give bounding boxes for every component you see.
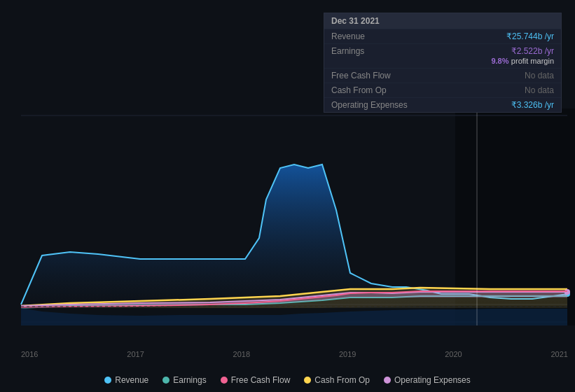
legend-dot-fcf	[221, 377, 228, 384]
tooltip-profit-margin: 9.8%	[491, 57, 508, 65]
tooltip-cashfromop-value: No data	[525, 85, 554, 95]
tooltip-earnings-value: ₹2.522b /yr	[511, 46, 554, 56]
legend-cashfromop[interactable]: Cash From Op	[304, 375, 370, 385]
legend-earnings[interactable]: Earnings	[162, 375, 206, 385]
tooltip-earnings-row: Earnings ₹2.522b /yr 9.8% profit margin	[324, 43, 561, 68]
tooltip-fcf-value: No data	[525, 71, 554, 80]
tooltip-fcf-row: Free Cash Flow No data	[324, 68, 561, 83]
legend-label-fcf: Free Cash Flow	[231, 375, 291, 385]
x-label-2018: 2018	[233, 350, 250, 358]
tooltip-date: Dec 31 2021	[324, 13, 561, 29]
legend-label-revenue: Revenue	[115, 375, 148, 385]
legend-dot-revenue	[104, 377, 111, 384]
tooltip-fcf-label: Free Cash Flow	[331, 71, 391, 80]
legend-dot-earnings	[162, 377, 169, 384]
legend-label-cashfromop: Cash From Op	[314, 375, 370, 385]
legend-dot-cashfromop	[304, 377, 311, 384]
chart-container: Dec 31 2021 Revenue ₹25.744b /yr Earning…	[0, 0, 575, 392]
chart-legend: Revenue Earnings Free Cash Flow Cash Fro…	[0, 375, 575, 385]
legend-dot-opex	[384, 377, 391, 384]
tooltip-opex-label: Operating Expenses	[331, 100, 408, 110]
legend-label-earnings: Earnings	[173, 375, 206, 385]
legend-label-opex: Operating Expenses	[394, 375, 471, 385]
highlight-line	[476, 108, 478, 326]
tooltip-profit-margin-label: profit margin	[511, 57, 554, 65]
x-label-2021: 2021	[550, 350, 567, 358]
tooltip-cashfromop-row: Cash From Op No data	[324, 83, 561, 97]
tooltip-revenue-row: Revenue ₹25.744b /yr	[324, 29, 561, 43]
tooltip-box: Dec 31 2021 Revenue ₹25.744b /yr Earning…	[324, 13, 562, 113]
tooltip-revenue-value: ₹25.744b /yr	[506, 31, 554, 41]
legend-fcf[interactable]: Free Cash Flow	[221, 375, 291, 385]
x-axis: 2016 2017 2018 2019 2020 2021	[21, 350, 568, 358]
x-label-2016: 2016	[21, 350, 38, 358]
chart-svg	[0, 108, 575, 332]
x-label-2020: 2020	[445, 350, 462, 358]
tooltip-revenue-label: Revenue	[331, 31, 365, 41]
x-label-2017: 2017	[127, 350, 144, 358]
tooltip-opex-value: ₹3.326b /yr	[511, 100, 554, 110]
x-label-2019: 2019	[339, 350, 356, 358]
tooltip-earnings-label: Earnings	[331, 46, 364, 66]
tooltip-opex-row: Operating Expenses ₹3.326b /yr	[324, 97, 561, 112]
legend-opex[interactable]: Operating Expenses	[384, 375, 471, 385]
tooltip-cashfromop-label: Cash From Op	[331, 85, 387, 95]
legend-revenue[interactable]: Revenue	[104, 375, 148, 385]
